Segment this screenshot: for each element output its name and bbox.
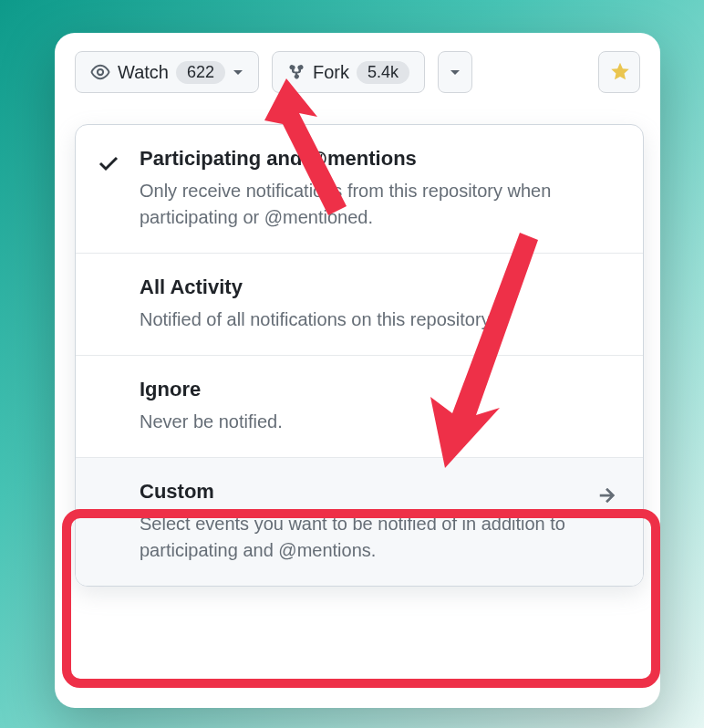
fork-more-button[interactable]	[438, 51, 472, 93]
star-icon	[610, 62, 630, 82]
caret-down-icon	[450, 67, 461, 78]
menu-title: All Activity	[140, 276, 617, 299]
menu-item-custom[interactable]: Custom Select events you want to be noti…	[76, 458, 643, 586]
fork-button[interactable]: Fork 5.4k	[272, 51, 425, 93]
popover-card: Watch 622 Fork 5.4k	[55, 33, 660, 708]
star-button[interactable]	[598, 51, 640, 93]
menu-title: Participating and @mentions	[140, 147, 617, 171]
watch-count: 622	[176, 61, 225, 84]
check-icon	[98, 152, 119, 174]
menu-desc: Notified of all notifications on this re…	[140, 307, 617, 333]
arrow-right-icon	[597, 485, 617, 505]
menu-item-all-activity[interactable]: All Activity Notified of all notificatio…	[76, 254, 643, 356]
watch-label: Watch	[118, 62, 169, 83]
menu-title: Ignore	[140, 378, 617, 401]
menu-desc: Never be notified.	[140, 409, 617, 435]
menu-title: Custom	[140, 480, 617, 504]
menu-item-ignore[interactable]: Ignore Never be notified.	[76, 356, 643, 458]
fork-count: 5.4k	[357, 61, 409, 84]
eye-icon	[90, 62, 110, 82]
fork-label: Fork	[313, 62, 349, 83]
watch-button[interactable]: Watch 622	[75, 51, 259, 93]
menu-desc: Select events you want to be notified of…	[140, 511, 617, 564]
fork-icon	[287, 63, 305, 81]
menu-item-participating[interactable]: Participating and @mentions Only receive…	[76, 125, 643, 254]
caret-down-icon	[233, 67, 243, 78]
repo-action-toolbar: Watch 622 Fork 5.4k	[55, 33, 660, 93]
menu-desc: Only receive notifications from this rep…	[140, 178, 617, 231]
watch-dropdown: Participating and @mentions Only receive…	[75, 124, 644, 587]
